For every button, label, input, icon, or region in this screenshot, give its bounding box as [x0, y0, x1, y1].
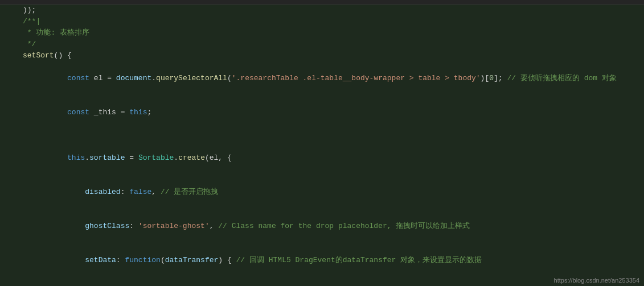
code-line: const _this = this; [0, 96, 644, 130]
line-content: )); [20, 5, 644, 16]
line-content: const _this = this; [20, 96, 644, 130]
watermark: https://blog.csdn.net/an253354 [554, 277, 639, 284]
line-content: dataTransfer.setData('Text', '') [20, 277, 644, 286]
line-content: ghostClass: 'sortable-ghost', // Class n… [20, 209, 644, 243]
code-line: )); [0, 5, 644, 16]
code-line: this.sortable = Sortable.create(el, { [0, 141, 644, 175]
code-editor: )); /**| * 功能: 表格排序 */ setSort() { const… [0, 0, 644, 286]
line-content: const el = document.querySelectorAll('.r… [20, 61, 644, 96]
code-line: disabled: false, // 是否开启拖拽 [0, 175, 644, 209]
code-line: setData: function(dataTransfer) { // 回调 … [0, 243, 644, 277]
line-content: * 功能: 表格排序 [20, 27, 644, 39]
code-line: ghostClass: 'sortable-ghost', // Class n… [0, 209, 644, 243]
code-line: setSort() { [0, 50, 644, 61]
line-content: this.sortable = Sortable.create(el, { [20, 141, 644, 175]
code-line: const el = document.querySelectorAll('.r… [0, 61, 644, 96]
code-line: */ [0, 39, 644, 50]
code-line: * 功能: 表格排序 [0, 27, 644, 39]
line-content: */ [20, 39, 644, 50]
code-line: dataTransfer.setData('Text', '') [0, 277, 644, 286]
line-content: setSort() { [20, 50, 644, 61]
line-content: setData: function(dataTransfer) { // 回调 … [20, 243, 644, 277]
line-content [20, 130, 644, 141]
line-content: /**| [20, 16, 644, 27]
line-content: disabled: false, // 是否开启拖拽 [20, 175, 644, 209]
code-line: /**| [0, 16, 644, 27]
code-line [0, 130, 644, 141]
top-bar [0, 0, 644, 5]
